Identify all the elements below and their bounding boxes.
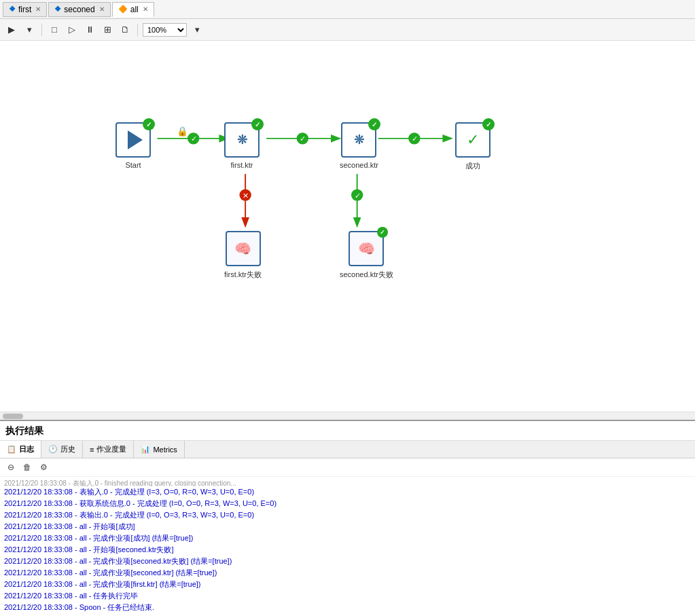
node-seconed-ktr-fail-label: seconed.ktr失败: [340, 270, 393, 280]
bottom-panel: 执行结果 📋 日志 🕐 历史 ≡ 作业度量 📊 Metrics ⊖ 🗑 ⚙ 20…: [0, 421, 695, 616]
seconed-fail-check-badge: ✓: [377, 227, 388, 238]
log-area[interactable]: 2021/12/20 18:33:08 - 表输入.0 - finished r…: [0, 477, 695, 616]
log-line-6: 2021/12/20 18:33:08 - all - 完成作业项[secone…: [4, 556, 691, 567]
svg-text:✓: ✓: [412, 134, 418, 143]
node-start-label: Start: [125, 161, 141, 169]
seconed-ktr-check-badge: ✓: [368, 118, 380, 130]
svg-text:🔒: 🔒: [177, 126, 188, 137]
log-line-1: 2021/12/20 18:33:08 - 获取系统信息.0 - 完成处理 (I…: [4, 498, 691, 509]
canvas-area: 🔒 ✓ ✓ ✓ ✕ ✓ ✓: [0, 41, 695, 421]
node-start-box: ✓: [115, 122, 151, 158]
node-first-ktr[interactable]: ❊ ✓ first.ktr: [224, 122, 260, 169]
node-seconed-ktr[interactable]: ❊ ✓ seconed.ktr: [340, 122, 378, 169]
log-line-9: 2021/12/20 18:33:08 - all - 任务执行完毕: [4, 590, 691, 602]
node-start[interactable]: ✓ Start: [115, 122, 151, 169]
flow-container: 🔒 ✓ ✓ ✓ ✕ ✓ ✓: [95, 95, 605, 299]
stop-button[interactable]: □: [47, 22, 62, 37]
node-first-ktr-fail-label: first.ktr失败: [224, 270, 262, 280]
tab-seconed-close[interactable]: ✕: [99, 5, 105, 13]
svg-text:✓: ✓: [191, 134, 197, 143]
log-line-7: 2021/12/20 18:33:08 - all - 完成作业项[secone…: [4, 567, 691, 579]
run-button[interactable]: ▶: [4, 22, 19, 37]
ktr-icon-1: ❊: [237, 132, 247, 147]
history-tab-label: 历史: [60, 444, 75, 454]
svg-text:✓: ✓: [355, 192, 361, 200]
success-check-badge: ✓: [482, 118, 495, 130]
history-tab-icon: 🕐: [48, 445, 58, 454]
panel-toolbar: ⊖ 🗑 ⚙: [0, 458, 695, 477]
preview-button[interactable]: ▷: [65, 22, 79, 37]
brain-icon-1: 🧠: [234, 240, 251, 257]
log-tab-icon: 📋: [7, 445, 16, 454]
panel-tab-log[interactable]: 📋 日志: [0, 441, 41, 458]
svg-point-14: [351, 189, 363, 200]
node-success-box: ✓ ✓: [455, 122, 491, 158]
panel-settings-btn[interactable]: ⚙: [37, 460, 50, 474]
log-line-2: 2021/12/20 18:33:08 - 表输出.0 - 完成处理 (I=0,…: [4, 509, 691, 521]
metrics-tab-label: Metrics: [153, 446, 177, 454]
panel-tabs: 📋 日志 🕐 历史 ≡ 作业度量 📊 Metrics: [0, 441, 695, 458]
pause-button[interactable]: ⏸: [82, 22, 97, 37]
success-icon: ✓: [467, 131, 479, 149]
tab-first-label: first: [18, 5, 31, 14]
node-first-ktr-fail-box: 🧠: [226, 231, 261, 266]
panel-tab-workload[interactable]: ≡ 作业度量: [83, 441, 134, 458]
svg-text:✕: ✕: [243, 192, 249, 200]
node-success[interactable]: ✓ ✓ 成功: [455, 122, 491, 171]
dropdown-arrow[interactable]: ▾: [22, 22, 37, 37]
log-line-8: 2021/12/20 18:33:08 - all - 完成作业项[first.…: [4, 579, 691, 590]
canvas-scrollbar-x[interactable]: [0, 412, 695, 420]
brain-icon-2: 🧠: [358, 240, 375, 257]
log-line-cut: 2021/12/20 18:33:08 - 表输入.0 - finished r…: [4, 478, 691, 486]
sep2: [137, 24, 138, 36]
tab-all-label: all: [130, 5, 139, 14]
svg-point-11: [239, 189, 251, 200]
tab-first-icon: ❖: [9, 5, 16, 14]
svg-point-8: [408, 132, 420, 144]
tab-first[interactable]: ❖ first ✕: [3, 2, 47, 17]
node-seconed-ktr-fail[interactable]: 🧠 ✓ seconed.ktr失败: [340, 231, 393, 280]
log-line-10: 2021/12/20 18:33:08 - Spoon - 任务已经结束.: [4, 602, 691, 613]
tab-all[interactable]: 🔶 all ✕: [112, 2, 154, 17]
node-seconed-ktr-box: ❊ ✓: [341, 122, 376, 158]
log-line-0: 2021/12/20 18:33:08 - 表输入.0 - 完成处理 (I=3,…: [4, 486, 691, 498]
panel-tab-metrics[interactable]: 📊 Metrics: [134, 441, 184, 458]
panel-back-btn[interactable]: ⊖: [4, 460, 18, 474]
node-success-label: 成功: [465, 161, 480, 171]
scrollbar-thumb[interactable]: [3, 414, 23, 419]
tab-seconed-label: seconed: [64, 5, 94, 14]
tab-all-icon: 🔶: [118, 5, 128, 14]
log-line-5: 2021/12/20 18:33:08 - all - 开始项[seconed.…: [4, 544, 691, 556]
tab-seconed-icon: ❖: [54, 5, 61, 14]
start-check-badge: ✓: [143, 118, 155, 130]
tab-seconed[interactable]: ❖ seconed ✕: [48, 2, 110, 17]
tab-first-close[interactable]: ✕: [35, 5, 41, 13]
panel-tab-history[interactable]: 🕐 历史: [41, 441, 83, 458]
main-toolbar: ▶ ▾ □ ▷ ⏸ ⊞ 🗋 100% 50% 75% 125% 150% 200…: [0, 19, 695, 41]
log-line-3: 2021/12/20 18:33:08 - all - 开始项[成功]: [4, 521, 691, 532]
workload-tab-icon: ≡: [90, 446, 94, 454]
node-first-ktr-box: ❊ ✓: [224, 122, 260, 158]
node-seconed-ktr-fail-box: 🧠 ✓: [349, 231, 384, 266]
panel-delete-btn[interactable]: 🗑: [20, 460, 34, 474]
ktr-icon-2: ❊: [354, 132, 364, 147]
start-icon: [128, 130, 143, 149]
node-seconed-ktr-label: seconed.ktr: [340, 161, 378, 169]
copy-button[interactable]: ⊞: [100, 22, 115, 37]
zoom-select[interactable]: 100% 50% 75% 125% 150% 200%: [143, 23, 187, 37]
log-tab-label: 日志: [19, 444, 34, 454]
svg-point-2: [188, 132, 199, 144]
workload-tab-label: 作业度量: [96, 444, 126, 454]
svg-point-5: [297, 132, 308, 144]
log-line-4: 2021/12/20 18:33:08 - all - 完成作业项[成功] (结…: [4, 532, 691, 544]
node-first-ktr-fail[interactable]: 🧠 first.ktr失败: [224, 231, 262, 280]
log-button[interactable]: 🗋: [118, 22, 132, 37]
tab-bar: ❖ first ✕ ❖ seconed ✕ 🔶 all ✕: [0, 0, 695, 19]
first-ktr-check-badge: ✓: [251, 118, 264, 130]
zoom-down-arrow[interactable]: ▾: [190, 22, 204, 37]
svg-text:✓: ✓: [300, 134, 306, 143]
tab-all-close[interactable]: ✕: [143, 5, 148, 13]
node-first-ktr-label: first.ktr: [231, 161, 253, 169]
sep1: [41, 24, 42, 36]
metrics-tab-icon: 📊: [141, 445, 150, 454]
